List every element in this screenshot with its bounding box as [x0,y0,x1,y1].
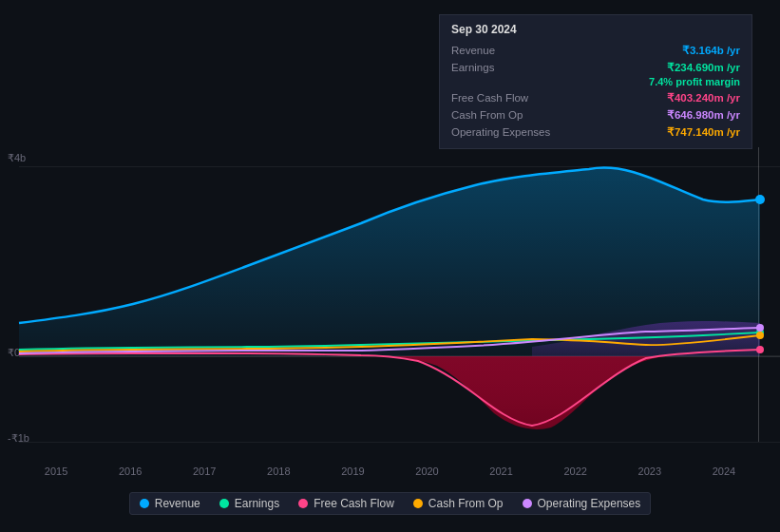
tooltip-earnings-row: Earnings ₹234.690m /yr [451,59,740,76]
chart-container: Sep 30 2024 Revenue ₹3.164b /yr Earnings… [0,0,780,532]
fcf-dot [756,346,764,353]
tooltip-fcf-value: ₹403.240m /yr [667,91,740,104]
tooltip-cash-label: Cash From Op [451,109,556,121]
legend-fcf[interactable]: Free Cash Flow [298,497,394,510]
x-label-2017: 2017 [193,466,216,477]
tooltip-revenue-row: Revenue ₹3.164b /yr [451,42,740,59]
tooltip-earnings-label: Earnings [451,62,556,73]
legend-revenue[interactable]: Revenue [140,497,200,510]
tooltip-cash-row: Cash From Op ₹646.980m /yr [451,106,740,124]
tooltip-earnings-value: ₹234.690m /yr [667,61,740,74]
legend-earnings[interactable]: Earnings [219,497,279,510]
x-label-2022: 2022 [563,466,586,477]
legend-label-earnings: Earnings [235,497,279,510]
x-axis-labels: 2015 2016 2017 2018 2019 2020 2021 2022 … [0,466,780,477]
tooltip-revenue-value: ₹3.164b /yr [682,44,740,57]
tooltip-opex-value: ₹747.140m /yr [667,125,740,139]
x-label-2018: 2018 [267,466,290,477]
opex-dot [756,324,764,332]
legend-dot-earnings [219,499,229,508]
x-label-2024: 2024 [713,466,735,477]
profit-margin-text: 7.4% profit margin [649,76,740,87]
legend-dot-opex [523,499,532,508]
legend-op-expenses[interactable]: Operating Expenses [523,497,641,510]
revenue-dot [755,195,765,204]
x-label-2021: 2021 [489,466,512,477]
tooltip-box: Sep 30 2024 Revenue ₹3.164b /yr Earnings… [439,14,752,149]
x-label-2019: 2019 [341,466,364,477]
legend-border: Revenue Earnings Free Cash Flow Cash Fro… [129,492,652,515]
tooltip-fcf-label: Free Cash Flow [451,92,556,104]
legend-cash-from-op[interactable]: Cash From Op [413,497,504,510]
legend-label-revenue: Revenue [155,497,200,510]
legend-dot-cash [413,499,423,508]
fcf-negative-fill [380,356,665,429]
tooltip-fcf-row: Free Cash Flow ₹403.240m /yr [451,89,740,106]
tooltip-date: Sep 30 2024 [451,23,740,36]
legend-dot-fcf [298,499,308,508]
tooltip-opex-row: Operating Expenses ₹747.140m /yr [451,124,740,141]
tooltip-cash-value: ₹646.980m /yr [667,108,740,122]
x-label-2016: 2016 [119,466,142,477]
x-label-2020: 2020 [415,466,438,477]
x-label-2023: 2023 [638,466,661,477]
fcf-line [19,350,760,426]
legend-label-opex: Operating Expenses [538,497,641,510]
legend-label-fcf: Free Cash Flow [314,497,394,510]
cash-dot [756,332,764,339]
tooltip-opex-label: Operating Expenses [451,126,556,138]
legend-label-cash: Cash From Op [428,497,504,510]
x-label-2015: 2015 [45,466,67,477]
legend-dot-revenue [140,499,149,508]
chart-legend: Revenue Earnings Free Cash Flow Cash Fro… [0,492,780,515]
tooltip-revenue-label: Revenue [451,45,556,56]
profit-margin-row: 7.4% profit margin [451,76,740,89]
